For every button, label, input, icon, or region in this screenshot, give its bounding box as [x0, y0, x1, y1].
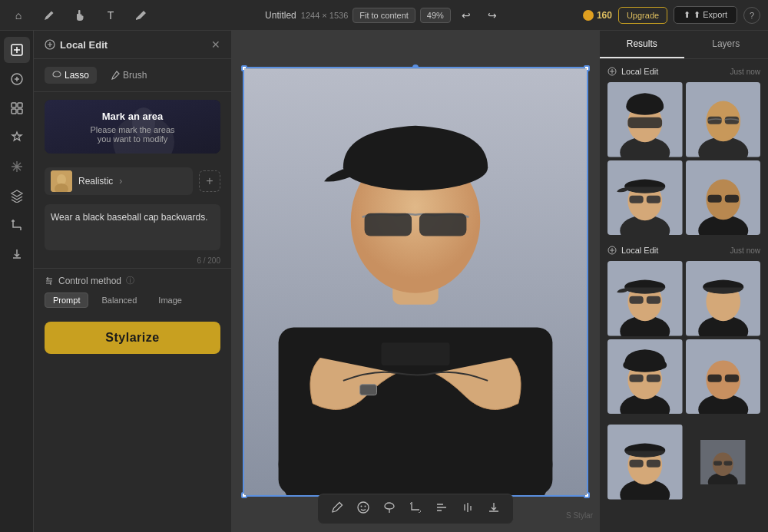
local-edit-icon-2: [607, 246, 617, 255]
fit-to-content-button[interactable]: Fit to content: [353, 8, 415, 23]
main-layout: Local Edit ✕ Lasso Brush: [0, 31, 768, 532]
stylarize-button[interactable]: Stylarize: [45, 322, 220, 354]
help-button[interactable]: ?: [743, 7, 760, 24]
svg-rect-70: [724, 374, 738, 382]
download-tool[interactable]: [487, 501, 501, 517]
home-icon[interactable]: ⌂: [8, 5, 29, 26]
info-icon[interactable]: ⓘ: [126, 275, 134, 286]
style-avatar: [51, 170, 72, 192]
topbar-center: Untitled 1244 × 1536 Fit to content 49% …: [260, 5, 507, 26]
results-content[interactable]: Local Edit Just now: [600, 59, 768, 532]
svg-rect-41: [647, 195, 660, 203]
result-thumb-6[interactable]: [686, 261, 761, 336]
sidebar-add-icon[interactable]: [4, 66, 30, 92]
canvas-image-container: [243, 67, 588, 497]
panel-header: Local Edit ✕: [34, 31, 231, 59]
left-panel: Local Edit ✕ Lasso Brush: [34, 31, 232, 532]
mark-area-subtitle: Please mark the areasyou want to modify: [90, 125, 174, 144]
result-thumb-3[interactable]: [607, 160, 683, 236]
prompt-text: Wear a black baseball cap backwards.: [51, 212, 208, 223]
text-icon[interactable]: T: [100, 5, 121, 26]
svg-rect-3: [18, 103, 22, 107]
svg-rect-46: [707, 194, 721, 202]
lasso-icon: [52, 71, 61, 80]
result-group-1-time: Just now: [730, 68, 760, 76]
prompt-area[interactable]: Wear a black baseball cap backwards.: [45, 204, 220, 250]
undo-button[interactable]: ↩: [455, 5, 477, 26]
zoom-level[interactable]: 49%: [420, 8, 451, 23]
style-chevron-right-icon: ›: [119, 176, 122, 187]
method-tab-balanced[interactable]: Balanced: [93, 292, 145, 308]
result-thumb-8[interactable]: [686, 339, 761, 415]
right-panel: Results Layers Local Edit Just now: [599, 31, 768, 532]
prompt-counter: 6 / 200: [45, 256, 220, 265]
face-tool[interactable]: [356, 501, 370, 517]
result-group-1-title: Local Edit: [607, 67, 658, 76]
pen-icon[interactable]: [38, 5, 60, 26]
edit-icon[interactable]: [131, 5, 152, 26]
svg-rect-69: [707, 374, 721, 382]
result-thumb-9[interactable]: [607, 425, 683, 500]
result-thumb-2[interactable]: [686, 82, 761, 157]
pencil-tool[interactable]: [330, 501, 344, 517]
control-method-section: Control method ⓘ Prompt Balanced Image: [34, 268, 231, 314]
svg-rect-21: [381, 342, 449, 365]
mark-area-title: Mark an area: [102, 111, 164, 122]
export-icon: ⬆: [684, 10, 690, 20]
brush-tab[interactable]: Brush: [103, 67, 154, 84]
export-button[interactable]: ⬆ ⬆ Export: [674, 6, 737, 24]
svg-rect-74: [629, 460, 643, 468]
sidebar-sparkle-icon[interactable]: [4, 154, 30, 180]
sidebar-download-icon[interactable]: [4, 241, 30, 267]
result-thumb-5[interactable]: [607, 261, 683, 336]
hand-icon[interactable]: [69, 5, 91, 26]
icon-sidebar: [0, 31, 34, 532]
result-grid-2: [607, 261, 760, 414]
control-method-header: Control method ⓘ: [45, 275, 220, 286]
result-grid-1: [607, 82, 760, 235]
sidebar-grid-icon[interactable]: [4, 95, 30, 121]
sidebar-layers-icon[interactable]: [4, 183, 30, 209]
canvas-area[interactable]: S Stylar: [232, 31, 599, 532]
lasso-tab[interactable]: Lasso: [45, 67, 97, 84]
result-thumb-4[interactable]: [686, 160, 761, 236]
crop-tool[interactable]: [409, 501, 422, 517]
local-edit-title-icon: [45, 39, 55, 50]
upgrade-button[interactable]: Upgrade: [618, 7, 667, 24]
result-grid-3: [607, 425, 760, 500]
svg-point-11: [57, 174, 66, 185]
redo-button[interactable]: ↪: [482, 5, 503, 26]
svg-rect-40: [629, 195, 643, 203]
sliders-icon: [45, 276, 54, 286]
add-style-button[interactable]: +: [199, 170, 220, 192]
result-thumb-10[interactable]: [686, 425, 761, 500]
result-thumb-7[interactable]: [607, 339, 683, 415]
tab-layers[interactable]: Layers: [684, 31, 769, 58]
method-tab-image[interactable]: Image: [150, 292, 190, 308]
lasso-tool[interactable]: [382, 501, 396, 517]
sidebar-magic-icon[interactable]: [4, 124, 30, 150]
align-v-tool[interactable]: [461, 501, 475, 517]
tab-results[interactable]: Results: [600, 31, 684, 58]
method-tab-prompt[interactable]: Prompt: [45, 292, 88, 308]
panel-title-text: Local Edit: [60, 39, 108, 51]
panel-title: Local Edit: [45, 39, 108, 51]
result-thumb-1[interactable]: [607, 82, 683, 157]
svg-point-23: [358, 502, 369, 513]
align-h-tool[interactable]: [435, 501, 449, 517]
topbar-right: 160 Upgrade ⬆ ⬆ Export ?: [514, 6, 760, 24]
svg-rect-52: [629, 296, 643, 304]
style-preset[interactable]: Realistic ›: [45, 167, 193, 195]
export-label: ⬆ Export: [694, 10, 727, 20]
svg-point-25: [365, 506, 366, 507]
svg-rect-18: [365, 213, 412, 236]
svg-rect-35: [707, 117, 721, 124]
result-group-2: Local Edit Just now: [607, 246, 760, 414]
sidebar-local-edit-icon[interactable]: [4, 37, 30, 63]
svg-rect-47: [724, 194, 738, 202]
topbar: ⌂ T Untitled 1244 × 1536 Fit to content …: [0, 0, 768, 31]
control-method-label: Control method: [58, 276, 121, 286]
sidebar-crop-icon[interactable]: [4, 212, 30, 238]
result-group-2-time: Just now: [730, 246, 760, 255]
close-panel-icon[interactable]: ✕: [211, 38, 220, 51]
